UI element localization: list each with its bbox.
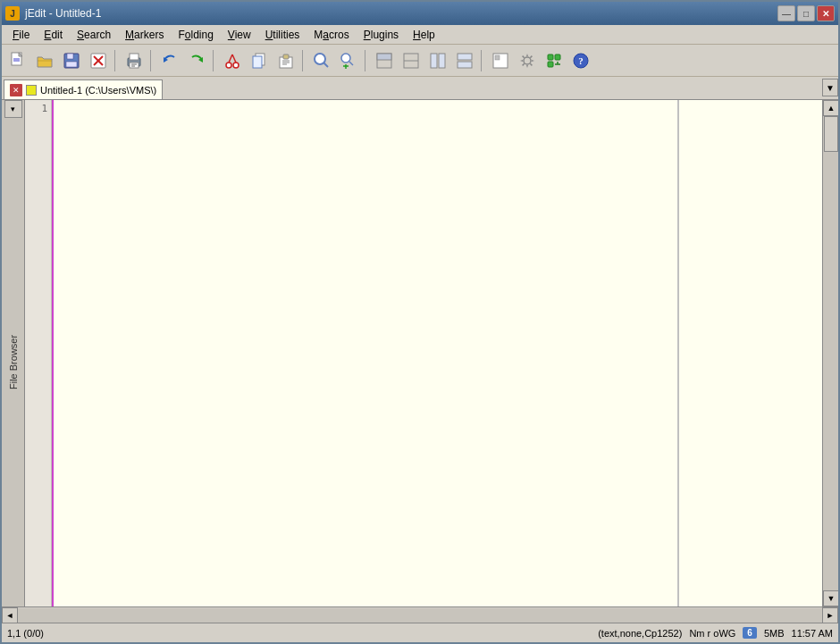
print-button[interactable] (122, 48, 147, 73)
minimize-button[interactable]: — (777, 5, 795, 21)
line-number-1: 1 (25, 102, 47, 116)
tab-bar: ✕ Untitled-1 (C:\Users\VMS\) ▼ (2, 77, 838, 100)
editor-textarea-left[interactable] (52, 100, 677, 606)
vertical-scrollbar: ▲ ▼ (822, 100, 838, 606)
scroll-down-arrow[interactable]: ▼ (823, 590, 838, 606)
edit-mode: Nm r oWG (689, 628, 735, 639)
menu-plugins[interactable]: Plugins (357, 27, 406, 43)
editor-panes (52, 100, 822, 606)
svg-rect-5 (66, 62, 77, 67)
app-icon: J (5, 6, 20, 21)
svg-rect-40 (458, 62, 472, 68)
toolbar-sep-1 (114, 50, 118, 71)
tab-icon (26, 85, 37, 96)
tab-close-button[interactable]: ✕ (10, 84, 22, 96)
save-button[interactable] (59, 48, 84, 73)
scroll-right-arrow[interactable]: ► (822, 607, 838, 623)
find-replace-button[interactable] (336, 48, 361, 73)
scroll-thumb[interactable] (824, 116, 838, 152)
svg-text:?: ? (578, 55, 584, 66)
status-badge: 6 (743, 627, 757, 639)
scroll-track[interactable] (823, 116, 838, 590)
cut-button[interactable] (220, 48, 245, 73)
close-button[interactable]: ✕ (817, 5, 835, 21)
copy-button[interactable] (247, 48, 272, 73)
svg-rect-42 (495, 55, 500, 60)
find-button[interactable] (309, 48, 334, 73)
sidebar-collapse-arrow[interactable]: ▾ (4, 100, 22, 118)
menu-help[interactable]: Help (406, 27, 442, 43)
split-vertical-button[interactable] (452, 48, 477, 73)
current-time: 11:57 AM (792, 628, 833, 639)
svg-rect-21 (253, 56, 262, 68)
svg-rect-23 (283, 54, 289, 59)
zoom-button[interactable] (488, 48, 513, 73)
line-numbers: 1 (25, 100, 52, 606)
svg-point-16 (226, 63, 231, 68)
svg-rect-44 (548, 54, 553, 60)
status-bar: 1,1 (0/0) (text,none,Cp1252) Nm r oWG 6 … (2, 623, 838, 642)
scroll-left-arrow[interactable]: ◄ (2, 607, 18, 623)
collapse-pane-button[interactable] (372, 48, 397, 73)
svg-rect-45 (555, 54, 560, 60)
help-button[interactable]: ? (568, 48, 593, 73)
title-bar: J jEdit - Untitled-1 — □ ✕ (2, 2, 838, 25)
expand-pane-button[interactable] (399, 48, 424, 73)
svg-rect-10 (130, 54, 139, 60)
svg-rect-37 (431, 54, 437, 68)
split-horizontal-button[interactable] (425, 48, 450, 73)
svg-rect-34 (377, 54, 391, 60)
menu-bar: File Edit Search Markers Folding View Ut… (2, 25, 838, 45)
menu-macros[interactable]: Macros (307, 27, 356, 43)
editor-vertical-line (52, 100, 54, 606)
svg-rect-39 (458, 54, 472, 60)
editor-pane-right (679, 100, 822, 606)
tab-title: Untitled-1 (C:\Users\VMS\) (40, 85, 156, 96)
scroll-up-arrow[interactable]: ▲ (823, 100, 838, 116)
toolbar-sep-2 (150, 50, 154, 71)
open-file-button[interactable] (32, 48, 57, 73)
plugin-manager-button[interactable] (542, 48, 567, 73)
maximize-button[interactable]: □ (797, 5, 815, 21)
redo-button[interactable] (184, 48, 209, 73)
window-title: jEdit - Untitled-1 (25, 7, 101, 20)
svg-rect-11 (130, 63, 139, 68)
svg-rect-4 (67, 54, 73, 59)
title-bar-buttons: — □ ✕ (777, 5, 835, 21)
svg-line-28 (323, 63, 328, 67)
tab-untitled-1[interactable]: ✕ Untitled-1 (C:\Users\VMS\) (4, 79, 163, 99)
new-file-button[interactable] (5, 48, 30, 73)
memory-usage: 5MB (764, 628, 785, 639)
close-file-button[interactable] (86, 48, 111, 73)
settings-button[interactable] (515, 48, 540, 73)
svg-rect-46 (548, 62, 553, 67)
svg-point-17 (233, 63, 239, 68)
horizontal-scrollbar: ◄ ► (2, 606, 838, 623)
undo-button[interactable] (157, 48, 182, 73)
menu-folding[interactable]: Folding (171, 27, 220, 43)
editor-container: ▾ File Browser 1 ▲ ▼ (2, 100, 838, 606)
svg-point-29 (341, 54, 350, 63)
title-bar-left: J jEdit - Untitled-1 (5, 6, 101, 21)
menu-search[interactable]: Search (70, 27, 118, 43)
toolbar-sep-3 (213, 50, 216, 71)
svg-rect-38 (439, 54, 445, 68)
paste-button[interactable] (273, 48, 298, 73)
file-info: (text,none,Cp1252) (598, 628, 682, 639)
svg-line-19 (232, 54, 236, 63)
cursor-position: 1,1 (0/0) (7, 628, 44, 639)
menu-view[interactable]: View (221, 27, 258, 43)
file-browser-label[interactable]: File Browser (4, 118, 22, 606)
svg-point-43 (524, 57, 531, 64)
menu-edit[interactable]: Edit (37, 27, 70, 43)
menu-markers[interactable]: Markers (118, 27, 171, 43)
editor-pane-left (52, 100, 679, 606)
svg-line-30 (349, 62, 353, 65)
toolbar-sep-5 (365, 50, 368, 71)
h-scroll-track[interactable] (18, 608, 822, 623)
menu-utilities[interactable]: Utilities (258, 27, 307, 43)
tab-scroll-button[interactable]: ▼ (822, 79, 838, 96)
menu-file[interactable]: File (5, 27, 37, 43)
svg-line-18 (229, 54, 232, 63)
editor-textarea-right[interactable] (679, 100, 822, 606)
